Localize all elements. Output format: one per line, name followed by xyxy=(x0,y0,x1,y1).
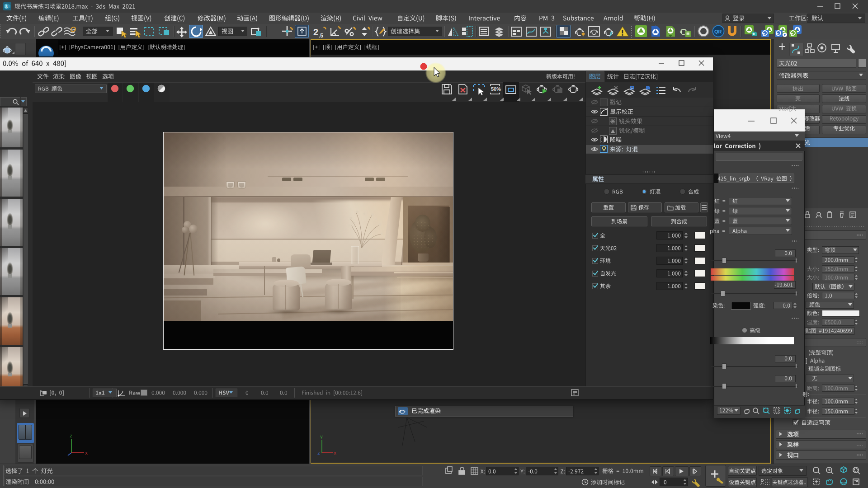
svg-text:y: y xyxy=(320,435,323,440)
svg-text:2: 2 xyxy=(313,27,318,37)
svg-text:z: z xyxy=(317,451,320,456)
svg-text:x: x xyxy=(85,451,88,456)
svg-text:x: x xyxy=(334,451,336,456)
svg-text:50%: 50% xyxy=(491,86,501,92)
svg-text:3: 3 xyxy=(5,5,8,9)
svg-text:QR: QR xyxy=(714,29,722,34)
svg-text:.5: .5 xyxy=(319,33,323,38)
svg-text:z: z xyxy=(70,434,72,439)
